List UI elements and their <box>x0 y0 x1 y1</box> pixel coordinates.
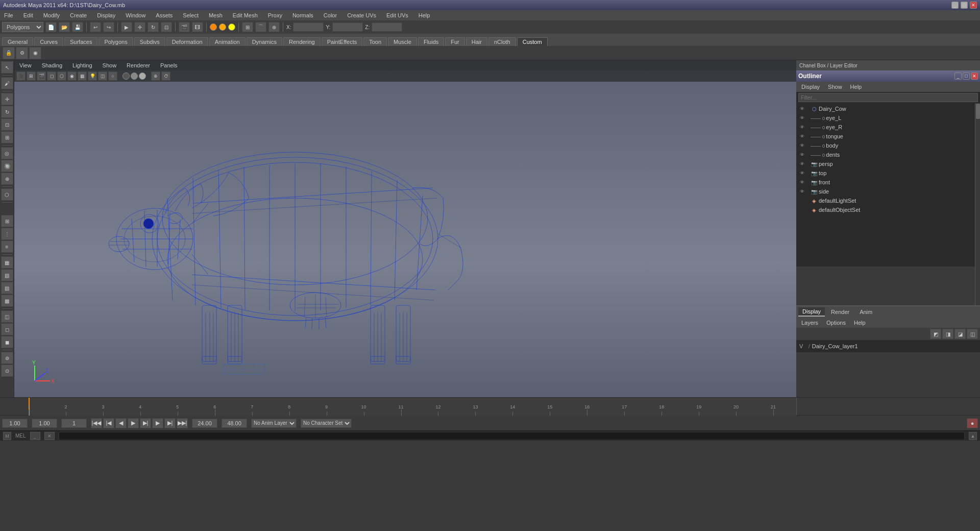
shelf-tab-fur[interactable]: Fur <box>445 37 465 46</box>
outliner-minimize-btn[interactable]: _ <box>954 73 962 80</box>
layer-icon-4[interactable]: ◫ <box>967 329 978 339</box>
x-field[interactable] <box>293 22 324 32</box>
y-field[interactable] <box>332 22 363 32</box>
snap-curve-btn[interactable]: ⌒ <box>255 22 266 32</box>
outliner-maximize-btn[interactable]: □ <box>963 73 970 80</box>
timeline-ruler[interactable]: 12345678910111213141516171819202122 <box>29 398 796 416</box>
play-btn[interactable]: ▶ <box>128 418 139 428</box>
select-mode-btn[interactable]: ↖ <box>1 61 13 74</box>
go-start-btn[interactable]: |◀◀ <box>91 418 102 428</box>
menu-create-uvs[interactable]: Create UVs <box>345 12 378 18</box>
shelf-tab-painteffects[interactable]: PaintEffects <box>322 37 363 46</box>
outliner-item-default-light-set[interactable]: ◈ defaultLightSet <box>796 196 980 205</box>
viewport[interactable]: View Shading Lighting Show Renderer Pane… <box>14 60 796 397</box>
shelf-tab-surfaces[interactable]: Surfaces <box>64 37 97 46</box>
layer-tab-display[interactable]: Display <box>798 307 825 317</box>
next-key-btn[interactable]: ▶| <box>164 418 176 428</box>
shelf-tab-rendering[interactable]: Rendering <box>283 37 321 46</box>
vp-mask-btn[interactable]: ◻ <box>47 71 56 81</box>
icon-2[interactable]: ▦ <box>1 256 13 269</box>
menu-help[interactable]: Help <box>416 12 432 18</box>
next-frame-btn[interactable]: ▶ <box>152 418 163 428</box>
outliner-menu-help[interactable]: Help <box>848 84 864 90</box>
menu-file[interactable]: File <box>2 12 15 18</box>
scale-tool-btn[interactable]: ⊡ <box>161 22 172 32</box>
maximize-button[interactable]: □ <box>961 2 968 9</box>
eye-body[interactable]: 👁 <box>798 142 805 149</box>
go-end-btn[interactable]: ▶▶| <box>177 418 188 428</box>
menu-color[interactable]: Color <box>322 12 339 18</box>
eye-top[interactable]: 👁 <box>798 170 805 177</box>
shelf-tab-polygons[interactable]: Polygons <box>99 37 133 46</box>
shelf-tab-deformation[interactable]: Deformation <box>166 37 208 46</box>
shelf-tab-custom[interactable]: Custom <box>517 37 548 46</box>
script-expand-btn[interactable]: ▲ <box>969 432 977 440</box>
menu-assets[interactable]: Assets <box>154 12 175 18</box>
script-input[interactable] <box>59 432 965 440</box>
outliner-menu-display[interactable]: Display <box>799 84 822 90</box>
select-tool-btn[interactable]: ▶ <box>121 22 132 32</box>
vp-snap-btn[interactable]: ⊕ <box>151 71 160 81</box>
vp-light-btn[interactable]: 💡 <box>88 71 97 81</box>
sculpt-btn[interactable]: 🔘 <box>1 160 13 172</box>
shelf-tab-curves[interactable]: Curves <box>34 37 63 46</box>
outliner-item-tongue[interactable]: 👁 —— o tongue <box>796 132 980 141</box>
layer-icon-3[interactable]: ◪ <box>954 329 966 339</box>
outliner-item-dairy-cow[interactable]: 👁 ⬡ Dairy_Cow <box>796 104 980 113</box>
vp-cam-btn[interactable]: 🎥 <box>16 71 26 81</box>
icon-8[interactable]: ◼ <box>1 336 13 348</box>
outliner-menu-show[interactable]: Show <box>826 84 844 90</box>
icon-4[interactable]: ▨ <box>1 282 13 294</box>
eye-dents[interactable]: 👁 <box>798 151 805 158</box>
mel-btn[interactable]: M <box>3 432 11 440</box>
eye-eye-l[interactable]: 👁 <box>798 114 805 122</box>
vp-wire-btn[interactable]: ⬡ <box>57 71 66 81</box>
outliner-item-eye-r[interactable]: 👁 —— o eye_R <box>796 123 980 132</box>
viewport-menu-view[interactable]: View <box>17 62 34 68</box>
outliner-close-btn[interactable]: ✕ <box>971 73 978 80</box>
menu-mesh[interactable]: Mesh <box>207 12 225 18</box>
script-minimize-btn[interactable]: _ <box>30 432 40 440</box>
soft-mod-btn[interactable]: ◎ <box>1 147 13 159</box>
menu-edit[interactable]: Edit <box>21 12 35 18</box>
shelf-tab-toon[interactable]: Toon <box>363 37 387 46</box>
vp-grid-btn[interactable]: ⊞ <box>27 71 36 81</box>
viewport-menu-lighting[interactable]: Lighting <box>70 62 94 68</box>
eye-eye-r[interactable]: 👁 <box>798 124 805 131</box>
show-manip-btn[interactable]: ⊕ <box>1 173 13 185</box>
mode-dropdown[interactable]: Polygons Animation Rendering Dynamics <box>2 22 43 32</box>
vp-history-btn[interactable]: ⏱ <box>161 71 170 81</box>
range-start-field[interactable]: 1.00 <box>32 419 57 428</box>
camera-move-btn[interactable]: ⬡ <box>1 188 13 201</box>
vp-textured-btn[interactable]: ▦ <box>78 71 87 81</box>
quad-view-btn[interactable]: ⊞ <box>1 215 13 227</box>
close-button[interactable]: ✕ <box>970 2 977 9</box>
layer-menu-help[interactable]: Help <box>852 320 868 326</box>
menu-normals[interactable]: Normals <box>290 12 315 18</box>
shelf-tab-subdivs[interactable]: Subdivs <box>134 37 165 46</box>
save-scene-btn[interactable]: 💾 <box>72 22 83 32</box>
new-scene-btn[interactable]: 📄 <box>45 22 57 32</box>
rotate-tool-btn[interactable]: ↻ <box>148 22 159 32</box>
shelf-icon-1[interactable]: 🔒 <box>3 47 15 59</box>
icon-7[interactable]: ◻ <box>1 323 13 335</box>
color-bright-yellow[interactable] <box>228 23 235 31</box>
snap-point-btn[interactable]: ⊕ <box>268 22 280 32</box>
shelf-icon-2[interactable]: ⚙ <box>16 47 28 59</box>
snap-grid-btn[interactable]: ⊞ <box>242 22 253 32</box>
vp-default-color[interactable] <box>139 73 146 80</box>
layer-menu-options[interactable]: Options <box>824 320 848 326</box>
outliner-item-persp[interactable]: 👁 📷 persp <box>796 159 980 168</box>
shelf-tab-animation[interactable]: Animation <box>209 37 246 46</box>
vp-film-btn[interactable]: 🎬 <box>37 71 46 81</box>
redo-btn[interactable]: ↪ <box>103 22 114 32</box>
menu-select[interactable]: Select <box>181 12 201 18</box>
eye-front[interactable]: 👁 <box>798 179 805 186</box>
icon-10[interactable]: ⊙ <box>1 365 13 377</box>
menu-modify[interactable]: Modify <box>41 12 62 18</box>
open-scene-btn[interactable]: 📂 <box>59 22 70 32</box>
grid-btn[interactable]: ⋮ <box>1 228 13 240</box>
anim-layer-dropdown[interactable]: No Anim Layer <box>251 419 297 428</box>
char-set-dropdown[interactable]: No Character Set <box>301 419 352 428</box>
current-frame-field[interactable]: 1.00 <box>2 419 28 428</box>
